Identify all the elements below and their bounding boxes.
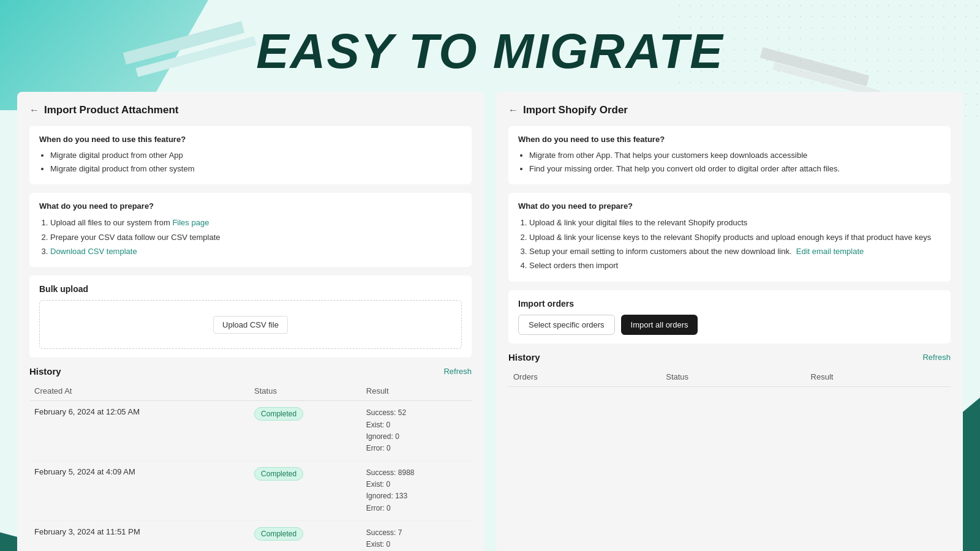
import-all-orders-button[interactable]: Import all orders <box>621 315 698 335</box>
cell-result: Success: 52Exist: 0Ignored: 0Error: 0 <box>361 401 472 461</box>
left-history-section: History Refresh Created At Status Result… <box>29 366 472 551</box>
left-history-header: History Refresh <box>29 366 472 377</box>
cell-created-at: February 5, 2024 at 4:09 AM <box>29 461 249 521</box>
cell-result: Success: 8988Exist: 0Ignored: 133Error: … <box>361 461 472 521</box>
list-item: Select orders then import <box>529 258 941 272</box>
cell-result: Success: 7Exist: 0Ignored: 0 <box>361 520 472 551</box>
right-history-section: History Refresh Orders Status Result <box>508 352 951 387</box>
status-badge: Completed <box>254 407 303 421</box>
upload-csv-button[interactable]: Upload CSV file <box>213 316 288 334</box>
list-item: Migrate digital product from other App <box>50 149 462 162</box>
list-item: Migrate digital product from other syste… <box>50 162 462 176</box>
list-item: Prepare your CSV data follow our CSV tem… <box>50 230 462 244</box>
status-badge: Completed <box>254 527 303 541</box>
select-specific-orders-button[interactable]: Select specific orders <box>518 315 615 335</box>
right-back-arrow[interactable]: ← <box>508 105 518 116</box>
bulk-upload-section: Bulk upload Upload CSV file <box>29 276 472 358</box>
right-refresh-link[interactable]: Refresh <box>922 353 951 362</box>
col-status: Status <box>661 369 805 387</box>
list-item: Find your missing order. That help you c… <box>529 162 941 176</box>
list-item: Download CSV template <box>50 244 462 258</box>
left-history-table: Created At Status Result February 6, 202… <box>29 383 472 551</box>
upload-dropzone[interactable]: Upload CSV file <box>39 300 462 349</box>
right-history-header: History Refresh <box>508 352 951 362</box>
status-badge: Completed <box>254 467 303 481</box>
list-item: Upload & link your license keys to the r… <box>529 230 941 244</box>
right-when-use-heading: When do you need to use this feature? <box>518 135 941 144</box>
right-panel-title: Import Shopify Order <box>523 104 628 116</box>
left-back-arrow[interactable]: ← <box>29 105 39 116</box>
bulk-upload-title: Bulk upload <box>39 284 462 294</box>
list-item: Migrate from other App. That helps your … <box>529 149 941 162</box>
cell-created-at: February 3, 2024 at 11:51 PM <box>29 520 249 551</box>
download-csv-link[interactable]: Download CSV template <box>50 247 137 256</box>
import-buttons: Select specific orders Import all orders <box>518 315 941 335</box>
left-when-use-heading: When do you need to use this feature? <box>39 135 462 144</box>
col-created-at: Created At <box>29 383 249 401</box>
import-orders-title: Import orders <box>518 299 941 309</box>
right-history-table: Orders Status Result <box>508 369 951 387</box>
col-result: Result <box>361 383 472 401</box>
right-when-use-card: When do you need to use this feature? Mi… <box>508 126 951 184</box>
list-item: Upload all files to our system from File… <box>50 216 462 230</box>
left-refresh-link[interactable]: Refresh <box>443 367 472 376</box>
page-title: EASY TO MIGRATE <box>0 23 980 80</box>
result-text: Success: 8988Exist: 0Ignored: 133Error: … <box>366 467 467 514</box>
right-history-title: History <box>508 352 540 362</box>
files-page-link[interactable]: Files page <box>172 218 209 227</box>
col-result: Result <box>806 369 951 387</box>
left-panel-header: ← Import Product Attachment <box>29 104 472 116</box>
list-item: Setup your email setting to inform custo… <box>529 244 941 258</box>
table-row: February 6, 2024 at 12:05 AM Completed S… <box>29 401 472 461</box>
main-content: ← Import Product Attachment When do you … <box>0 92 980 551</box>
import-orders-section: Import orders Select specific orders Imp… <box>508 290 951 343</box>
left-when-use-card: When do you need to use this feature? Mi… <box>29 126 472 184</box>
edit-email-template-link[interactable]: Edit email template <box>796 247 864 256</box>
result-text: Success: 52Exist: 0Ignored: 0Error: 0 <box>366 407 467 454</box>
col-status: Status <box>249 383 361 401</box>
left-prepare-card: What do you need to prepare? Upload all … <box>29 193 472 267</box>
right-panel: ← Import Shopify Order When do you need … <box>496 92 963 551</box>
left-panel-title: Import Product Attachment <box>44 104 178 116</box>
right-prepare-heading: What do you need to prepare? <box>518 201 941 211</box>
left-panel: ← Import Product Attachment When do you … <box>17 92 484 551</box>
cell-status: Completed <box>249 461 361 521</box>
right-panel-header: ← Import Shopify Order <box>508 104 951 116</box>
cell-status: Completed <box>249 401 361 461</box>
table-row: February 3, 2024 at 11:51 PM Completed S… <box>29 520 472 551</box>
list-item: Upload & link your digital files to the … <box>529 216 941 230</box>
hero-section: EASY TO MIGRATE <box>0 0 980 92</box>
result-text: Success: 7Exist: 0Ignored: 0 <box>366 527 467 551</box>
right-prepare-card: What do you need to prepare? Upload & li… <box>508 193 951 282</box>
left-prepare-heading: What do you need to prepare? <box>39 201 462 211</box>
cell-status: Completed <box>249 520 361 551</box>
left-history-title: History <box>29 366 61 377</box>
col-orders: Orders <box>508 369 661 387</box>
table-row: February 5, 2024 at 4:09 AM Completed Su… <box>29 461 472 521</box>
cell-created-at: February 6, 2024 at 12:05 AM <box>29 401 249 461</box>
